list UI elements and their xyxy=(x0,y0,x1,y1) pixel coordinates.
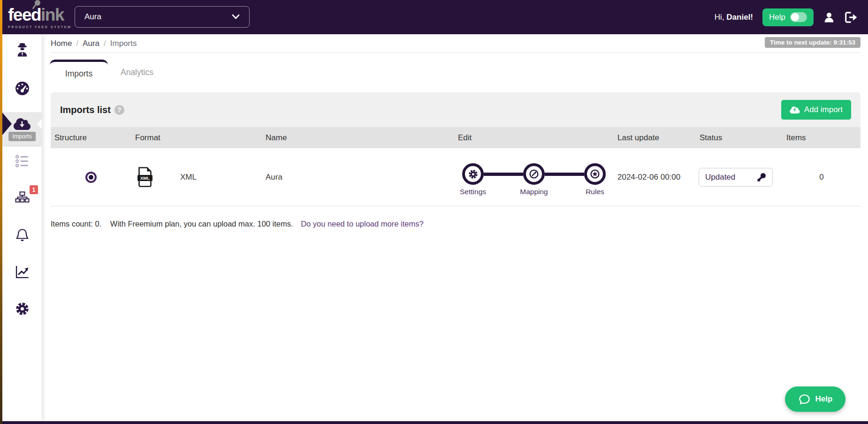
structure-radio[interactable] xyxy=(85,172,97,183)
breadcrumb: Home / Aura / Imports xyxy=(51,39,137,48)
logout-button[interactable] xyxy=(845,11,858,23)
status-value: Updated xyxy=(705,173,735,182)
cloud-download-icon xyxy=(14,117,30,131)
step-connector xyxy=(545,173,584,176)
structure-radio-dot xyxy=(89,175,93,180)
help-toggle-button[interactable]: Help xyxy=(762,8,814,26)
items-count-note: Items count: 0. With Freemium plan, you … xyxy=(51,220,424,228)
breadcrumb-separator: / xyxy=(76,39,78,48)
help-toggle-switch[interactable] xyxy=(790,12,807,22)
table-row: XML XML Aura Settings xyxy=(51,148,860,206)
sitemap-icon xyxy=(15,191,30,205)
node-link-icon xyxy=(757,173,766,182)
help-launcher-label: Help xyxy=(815,394,833,404)
breadcrumb-separator: / xyxy=(104,39,106,48)
update-timer-badge: Time to next update: 9:31:53 xyxy=(765,37,860,48)
structure-notification-badge: 1 xyxy=(30,185,38,194)
column-header-edit: Edit xyxy=(454,133,614,143)
step-connector xyxy=(484,173,523,176)
tab-analytics[interactable]: Analytics xyxy=(108,60,166,85)
column-header-structure: Structure xyxy=(51,133,131,143)
tabs: Imports Analytics xyxy=(50,60,166,85)
upload-more-link[interactable]: Do you need to upload more items? xyxy=(301,220,423,228)
rules-step-circle[interactable] xyxy=(584,163,606,185)
main-content: Home / Aura / Imports Time to next updat… xyxy=(42,34,868,421)
sidebar-item-dashboard[interactable] xyxy=(2,75,42,101)
edit-step-label: Rules xyxy=(586,188,604,196)
table-header: Structure Format Name Edit Last update S… xyxy=(51,127,860,148)
sign-out-icon xyxy=(845,11,858,23)
sidebar-item-account[interactable] xyxy=(2,37,42,63)
tab-imports[interactable]: Imports xyxy=(50,60,108,85)
left-accent-strip xyxy=(0,0,2,424)
format-value: XML xyxy=(180,173,197,182)
chevron-down-icon xyxy=(232,14,240,20)
add-import-button[interactable]: Add import xyxy=(781,100,851,120)
help-launcher-button[interactable]: Help xyxy=(785,386,845,412)
project-select[interactable]: Aura xyxy=(75,6,250,28)
imports-panel: Imports list ? Add import Structure Form… xyxy=(51,92,860,206)
add-import-label: Add import xyxy=(804,105,843,114)
format-cell: XML XML xyxy=(131,148,262,206)
status-cell: Updated xyxy=(696,148,783,206)
panel-title: Imports list xyxy=(60,105,111,115)
star-circle-icon xyxy=(590,169,600,179)
user-icon xyxy=(823,11,835,23)
mapping-step-circle[interactable] xyxy=(523,163,545,185)
logo: feedink PRODUCT FEED SYSTEM xyxy=(8,6,71,29)
dashboard-icon xyxy=(15,81,30,96)
divider xyxy=(51,53,860,53)
sidebar-item-notifications[interactable] xyxy=(2,221,42,248)
top-bar: feedink PRODUCT FEED SYSTEM Aura Hi, Dan… xyxy=(0,0,868,34)
gear-icon xyxy=(15,302,30,316)
breadcrumb-current: Imports xyxy=(110,39,137,48)
sidebar-imports-tooltip: Imports xyxy=(8,132,36,141)
list-icon xyxy=(15,154,30,168)
greeting-prefix: Hi, xyxy=(715,13,724,22)
column-header-status: Status xyxy=(696,133,783,143)
items-count-text: Items count: 0. xyxy=(51,220,101,228)
gear-icon xyxy=(468,169,478,179)
chat-bubble-icon xyxy=(798,393,811,406)
edit-step-settings[interactable]: Settings xyxy=(462,163,484,185)
column-header-format: Format xyxy=(131,133,262,143)
chart-line-icon xyxy=(15,265,30,279)
cloud-upload-icon xyxy=(790,106,800,114)
last-update-cell: 2024-02-06 00:00 xyxy=(614,148,696,206)
name-cell: Aura xyxy=(262,148,454,206)
breadcrumb-project[interactable]: Aura xyxy=(83,39,99,48)
help-toggle-label: Help xyxy=(769,13,785,22)
compass-icon xyxy=(529,169,539,179)
sidebar: Imports 1 xyxy=(2,34,42,421)
sidebar-item-analytics[interactable] xyxy=(2,258,42,285)
edit-step-label: Mapping xyxy=(520,188,548,196)
edit-step-mapping[interactable]: Mapping xyxy=(523,163,545,185)
logo-text-ink: ink xyxy=(41,5,64,24)
xml-file-icon-label: XML xyxy=(140,175,150,181)
project-select-value: Aura xyxy=(84,12,101,22)
status-dropdown-button[interactable]: Updated xyxy=(699,168,773,187)
app-window: feedink PRODUCT FEED SYSTEM Aura Hi, Dan… xyxy=(0,0,868,424)
panel-header: Imports list ? Add import xyxy=(51,92,860,127)
structure-cell xyxy=(51,148,131,206)
sidebar-item-settings[interactable] xyxy=(2,295,42,322)
greeting: Hi, Daniel! xyxy=(715,13,753,22)
top-bar-right: Hi, Daniel! Help xyxy=(715,0,858,34)
help-question-icon[interactable]: ? xyxy=(114,105,124,115)
logo-text-feed: feed xyxy=(8,5,41,24)
xml-file-icon: XML xyxy=(137,167,153,187)
edit-cell: Settings Mapping xyxy=(454,148,614,206)
settings-step-circle[interactable] xyxy=(462,163,484,185)
bottom-bar xyxy=(0,421,868,424)
greeting-name: Daniel! xyxy=(726,13,753,22)
items-cell: 0 xyxy=(783,148,860,206)
help-toggle-knob xyxy=(791,13,799,21)
bell-icon xyxy=(15,227,30,242)
column-header-name: Name xyxy=(262,133,454,143)
edit-step-label: Settings xyxy=(460,188,486,196)
column-header-items: Items xyxy=(783,133,860,143)
sidebar-item-lists[interactable] xyxy=(2,148,42,174)
edit-step-rules[interactable]: Rules xyxy=(584,163,606,185)
breadcrumb-home[interactable]: Home xyxy=(51,39,72,48)
user-account-button[interactable] xyxy=(823,11,835,23)
